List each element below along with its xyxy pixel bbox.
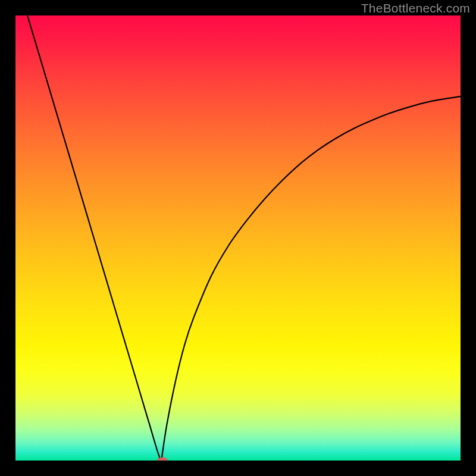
chart-frame: TheBottleneck.com	[0, 0, 476, 476]
curve-svg	[15, 15, 461, 461]
curve-path	[15, 15, 461, 461]
marker-dot	[157, 458, 168, 461]
plot-area	[15, 15, 461, 461]
watermark-text: TheBottleneck.com	[361, 1, 470, 15]
